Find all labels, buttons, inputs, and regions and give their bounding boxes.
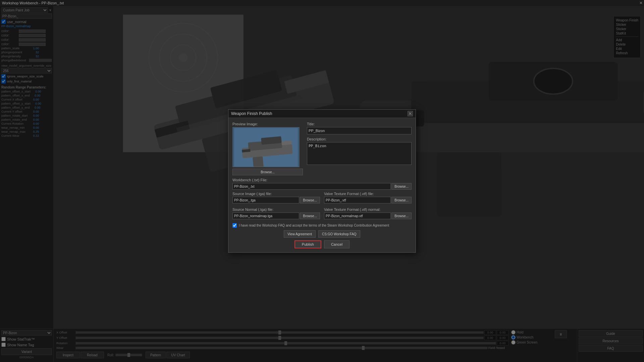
workbench-file-label: Workbench (.txt) File: [232, 178, 412, 182]
modal-dialog: Weapon Finish Publish ✕ Preview Image: [228, 109, 416, 253]
modal-title-text: Weapon Finish Publish [231, 111, 272, 116]
agreement-checkbox[interactable] [232, 223, 237, 228]
vtf-normal-label: Valve Texture Format (.vtf) normal: [324, 207, 412, 212]
modal-footer: Publish Cancel [232, 240, 412, 248]
modal-titlebar: Weapon Finish Publish ✕ [228, 110, 416, 118]
source-image-label: Source Image (.tga) file: [232, 192, 320, 196]
source-normal-label: Source Normal (.tga) file: [232, 207, 320, 212]
vtf-label: Valve Texture Format (.vtf) file: [324, 192, 412, 196]
title-input[interactable] [307, 127, 412, 134]
svg-rect-24 [253, 156, 264, 166]
source-normal-input[interactable] [232, 213, 299, 219]
workbench-file-input[interactable] [232, 183, 391, 190]
modal-body: Preview Image: [228, 118, 416, 252]
csgo-faq-button[interactable]: CS:GO Workshop FAQ [318, 230, 360, 238]
source-image-input[interactable] [232, 197, 299, 203]
cancel-button[interactable]: Cancel [324, 240, 350, 248]
vtf-browse[interactable]: Browse... [391, 197, 412, 203]
vtf-input[interactable] [324, 197, 391, 203]
publish-button[interactable]: Publish [294, 240, 321, 248]
title-bar: Workshop Workbench - PP-Bizon_.txt ✕ [0, 0, 644, 6]
agreement-row: I have read the Workshop FAQ and accept … [232, 223, 412, 228]
modal-overlay: Weapon Finish Publish ✕ Preview Image: [0, 0, 644, 362]
preview-browse-button[interactable]: Browse... [232, 169, 303, 175]
vtf-normal-browse[interactable]: Browse... [391, 213, 412, 219]
title-field-label: Title: [307, 122, 412, 126]
preview-weapon-svg [234, 128, 298, 167]
view-agreement-button[interactable]: View Agreement [284, 230, 316, 238]
agreement-text: I have read the Workshop FAQ and accept … [239, 224, 389, 227]
source-normal-browse[interactable]: Browse... [300, 213, 320, 219]
modal-close-button[interactable]: ✕ [408, 111, 413, 116]
title-bar-close[interactable]: ✕ [639, 1, 643, 5]
preview-image-label: Preview Image: [232, 122, 303, 126]
description-field-label: Description: [307, 137, 412, 141]
vtf-normal-input[interactable] [324, 213, 391, 219]
description-textarea[interactable]: PP_Bizon [307, 142, 412, 165]
source-image-browse[interactable]: Browse... [300, 197, 320, 203]
title-bar-text: Workshop Workbench - PP-Bizon_.txt [2, 1, 64, 5]
workbench-browse-button[interactable]: Browse... [391, 183, 412, 190]
preview-image-box [232, 127, 300, 167]
